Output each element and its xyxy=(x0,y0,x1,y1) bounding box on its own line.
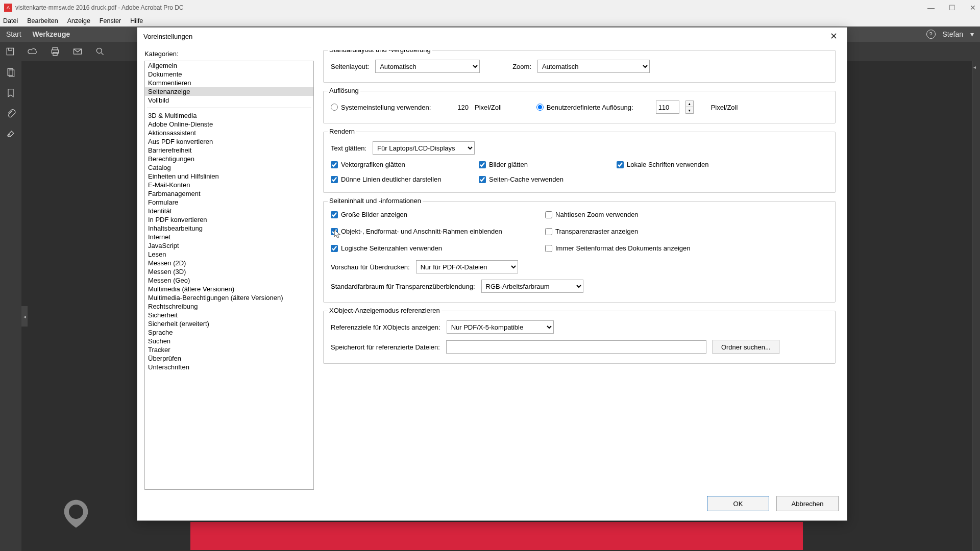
category-item[interactable]: Tracker xyxy=(145,345,313,354)
dialog-close-icon[interactable]: ✕ xyxy=(827,31,841,42)
category-item[interactable]: Einheiten und Hilfslinien xyxy=(145,172,313,181)
ref-location-input[interactable] xyxy=(446,340,706,354)
frames-label: Objekt-, Endformat- und Anschnitt-Rahmen… xyxy=(341,228,502,235)
category-item[interactable]: Inhaltsbearbeitung xyxy=(145,224,313,233)
category-item[interactable]: JavaScript xyxy=(145,241,313,250)
tab-werkzeuge[interactable]: Werkzeuge xyxy=(33,30,70,38)
category-item[interactable]: Seitenanzeige xyxy=(145,87,313,96)
user-resolution-input[interactable] xyxy=(656,101,679,114)
category-item[interactable]: Lesen xyxy=(145,250,313,259)
category-item[interactable]: Catalog xyxy=(145,163,313,172)
category-item[interactable]: 3D & Multimedia xyxy=(145,111,313,120)
tab-start[interactable]: Start xyxy=(6,30,21,38)
bookmark-icon[interactable] xyxy=(6,88,16,98)
blend-select[interactable]: RGB-Arbeitsfarbraum xyxy=(481,280,583,293)
cloud-icon[interactable] xyxy=(28,46,38,57)
document-logo xyxy=(56,494,96,536)
user-name[interactable]: Stefan xyxy=(943,30,963,38)
category-item[interactable]: Unterschriften xyxy=(145,363,313,371)
document-red-bar xyxy=(190,522,803,550)
page-cache-checkbox[interactable] xyxy=(479,176,486,183)
category-item[interactable]: Farbmanagement xyxy=(145,189,313,198)
category-item[interactable]: Identität xyxy=(145,207,313,215)
big-images-checkbox[interactable] xyxy=(331,211,338,218)
zoom-select[interactable]: Automatisch xyxy=(537,60,650,73)
svg-point-5 xyxy=(96,48,102,53)
category-item[interactable]: Multimedia-Berechtigungen (ältere Versio… xyxy=(145,293,313,302)
category-item[interactable]: Adobe Online-Dienste xyxy=(145,120,313,129)
app-icon: A xyxy=(4,4,12,12)
always-page-format-checkbox[interactable] xyxy=(545,245,552,252)
category-item[interactable]: Multimedia (ältere Versionen) xyxy=(145,285,313,293)
category-item[interactable]: Messen (Geo) xyxy=(145,276,313,285)
attachment-icon[interactable] xyxy=(6,108,16,118)
system-resolution-unit: Pixel/Zoll xyxy=(475,104,502,111)
browse-folder-button[interactable]: Ordner suchen... xyxy=(713,340,779,354)
category-item[interactable]: Sicherheit (erweitert) xyxy=(145,319,313,328)
category-item[interactable]: In PDF konvertieren xyxy=(145,215,313,224)
category-item[interactable]: Messen (3D) xyxy=(145,267,313,276)
save-icon[interactable] xyxy=(5,46,15,57)
menu-bar: Datei Bearbeiten Anzeige Fenster Hilfe xyxy=(0,15,980,27)
smooth-images-checkbox[interactable] xyxy=(479,161,486,168)
close-icon[interactable]: ✕ xyxy=(970,4,976,12)
category-item[interactable]: Überprüfen xyxy=(145,354,313,363)
cancel-button[interactable]: Abbrechen xyxy=(776,496,839,511)
seamless-zoom-checkbox[interactable] xyxy=(545,211,552,218)
smooth-images-label: Bilder glätten xyxy=(489,161,528,168)
search-icon[interactable] xyxy=(95,46,105,57)
category-item[interactable]: Aus PDF konvertieren xyxy=(145,137,313,146)
transparency-grid-label: Transparenzraster anzeigen xyxy=(555,228,638,235)
category-item[interactable]: Messen (2D) xyxy=(145,259,313,267)
frames-checkbox[interactable] xyxy=(331,228,338,235)
category-item[interactable]: Barrierefreiheit xyxy=(145,146,313,155)
category-item[interactable]: Berechtigungen xyxy=(145,155,313,163)
menu-hilfe[interactable]: Hilfe xyxy=(130,17,143,24)
category-item[interactable]: Allgemein xyxy=(145,61,313,70)
categories-list[interactable]: AllgemeinDokumenteKommentierenSeitenanze… xyxy=(144,61,314,490)
dialog-title: Voreinstellungen xyxy=(143,33,192,40)
smooth-text-select[interactable]: Für Laptops/LCD-Displays xyxy=(373,141,475,155)
thin-lines-checkbox[interactable] xyxy=(331,176,338,183)
menu-fenster[interactable]: Fenster xyxy=(100,17,121,24)
right-tools-strip[interactable] xyxy=(972,61,980,551)
menu-datei[interactable]: Datei xyxy=(3,17,18,24)
category-item[interactable]: Vollbild xyxy=(145,96,313,105)
category-item[interactable]: Suchen xyxy=(145,337,313,345)
category-item[interactable]: Kommentieren xyxy=(145,79,313,87)
category-item[interactable]: Dokumente xyxy=(145,70,313,79)
user-dropdown-icon[interactable]: ▾ xyxy=(970,30,974,38)
category-item[interactable]: Sprache xyxy=(145,328,313,337)
mail-icon[interactable] xyxy=(72,46,83,57)
page-layout-select[interactable]: Automatisch xyxy=(375,60,480,73)
zoom-label: Zoom: xyxy=(512,63,531,70)
group-resolution: Auflösung Systemeinstellung verwenden: 1… xyxy=(323,91,836,123)
category-item[interactable]: E-Mail-Konten xyxy=(145,181,313,189)
categories-label: Kategorien: xyxy=(144,50,314,58)
menu-anzeige[interactable]: Anzeige xyxy=(67,17,90,24)
system-resolution-label: Systemeinstellung verwenden: xyxy=(341,104,431,111)
system-resolution-radio[interactable] xyxy=(331,104,338,111)
user-resolution-radio[interactable] xyxy=(536,104,544,111)
category-item[interactable]: Rechtschreibung xyxy=(145,302,313,311)
group-render: Rendern Text glätten: Für Laptops/LCD-Di… xyxy=(323,132,836,193)
print-icon[interactable] xyxy=(50,46,60,57)
help-icon[interactable]: ? xyxy=(926,30,936,39)
logical-pages-checkbox[interactable] xyxy=(331,245,338,252)
minimize-icon[interactable]: — xyxy=(927,4,935,12)
maximize-icon[interactable]: ☐ xyxy=(949,4,955,12)
smooth-vector-checkbox[interactable] xyxy=(331,161,338,168)
local-fonts-checkbox[interactable] xyxy=(617,161,624,168)
category-item[interactable]: Sicherheit xyxy=(145,311,313,319)
ref-targets-select[interactable]: Nur PDF/X-5-kompatible xyxy=(447,320,554,334)
pages-icon[interactable] xyxy=(6,67,16,78)
menu-bearbeiten[interactable]: Bearbeiten xyxy=(27,17,58,24)
ok-button[interactable]: OK xyxy=(707,496,769,511)
overprint-select[interactable]: Nur für PDF/X-Dateien xyxy=(416,260,518,273)
resolution-spinner[interactable]: ▲▼ xyxy=(685,101,694,114)
category-item[interactable]: Internet xyxy=(145,233,313,241)
category-item[interactable]: Aktionsassistent xyxy=(145,129,313,137)
signature-icon[interactable] xyxy=(6,129,16,139)
transparency-grid-checkbox[interactable] xyxy=(545,228,552,235)
category-item[interactable]: Formulare xyxy=(145,198,313,207)
